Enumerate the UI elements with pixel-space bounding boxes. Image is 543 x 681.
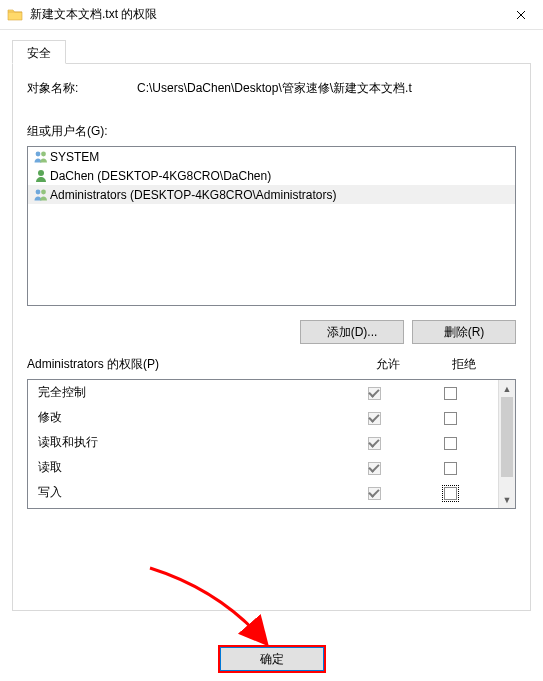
- principal-label: Administrators (DESKTOP-4KG8CRO\Administ…: [50, 188, 337, 202]
- add-button[interactable]: 添加(D)...: [300, 320, 404, 344]
- principals-buttons: 添加(D)... 删除(R): [27, 320, 516, 344]
- allow-checkbox[interactable]: [368, 437, 381, 450]
- allow-checkbox[interactable]: [368, 487, 381, 500]
- deny-checkbox[interactable]: [444, 462, 457, 475]
- permission-label: 读取和执行: [38, 434, 336, 451]
- deny-checkbox[interactable]: [444, 487, 457, 500]
- col-deny-header: 拒绝: [426, 356, 502, 373]
- window-title: 新建文本文档.txt 的权限: [30, 6, 157, 23]
- principal-item[interactable]: SYSTEM: [28, 147, 515, 166]
- titlebar[interactable]: 新建文本文档.txt 的权限: [0, 0, 543, 30]
- permissions-header: Administrators 的权限(P) 允许 拒绝: [27, 356, 516, 373]
- permission-row: 修改: [28, 405, 498, 430]
- tab-strip: 安全: [12, 40, 531, 64]
- permission-label: 完全控制: [38, 384, 336, 401]
- content-area: 安全 对象名称: C:\Users\DaChen\Desktop\管家速修\新建…: [12, 40, 531, 631]
- group-icon: [32, 149, 50, 165]
- ok-button[interactable]: 确定: [220, 647, 324, 671]
- svg-point-4: [41, 189, 46, 194]
- scroll-up-button[interactable]: ▲: [499, 380, 515, 397]
- permissions-dialog: 新建文本文档.txt 的权限 安全 对象名称: C:\Users\DaChen\…: [0, 0, 543, 681]
- principals-list[interactable]: SYSTEMDaChen (DESKTOP-4KG8CRO\DaChen)Adm…: [27, 146, 516, 306]
- groups-label: 组或用户名(G):: [27, 123, 516, 140]
- object-name-row: 对象名称: C:\Users\DaChen\Desktop\管家速修\新建文本文…: [27, 80, 516, 97]
- permission-row: 读取: [28, 455, 498, 480]
- principal-label: DaChen (DESKTOP-4KG8CRO\DaChen): [50, 169, 271, 183]
- scroll-thumb[interactable]: [501, 397, 513, 477]
- col-allow-header: 允许: [350, 356, 426, 373]
- permission-row: 读取和执行: [28, 430, 498, 455]
- deny-checkbox[interactable]: [444, 412, 457, 425]
- permission-row: 完全控制: [28, 380, 498, 405]
- permission-row: 写入: [28, 480, 498, 505]
- allow-checkbox[interactable]: [368, 412, 381, 425]
- permission-label: 写入: [38, 484, 336, 501]
- svg-point-1: [41, 151, 46, 156]
- scroll-track[interactable]: [499, 397, 515, 491]
- svg-point-3: [36, 189, 41, 194]
- permission-label: 修改: [38, 409, 336, 426]
- permissions-table: 完全控制修改读取和执行读取写入 ▲ ▼: [27, 379, 516, 509]
- group-icon: [32, 187, 50, 203]
- tab-body: 对象名称: C:\Users\DaChen\Desktop\管家速修\新建文本文…: [12, 63, 531, 611]
- object-name-value: C:\Users\DaChen\Desktop\管家速修\新建文本文档.t: [137, 80, 516, 97]
- ok-button-highlight: 确定: [218, 645, 326, 673]
- permission-label: 读取: [38, 459, 336, 476]
- user-icon: [32, 168, 50, 184]
- deny-checkbox[interactable]: [444, 387, 457, 400]
- allow-checkbox[interactable]: [368, 387, 381, 400]
- close-button[interactable]: [498, 0, 543, 30]
- principal-item[interactable]: DaChen (DESKTOP-4KG8CRO\DaChen): [28, 166, 515, 185]
- permissions-scrollbar[interactable]: ▲ ▼: [498, 380, 515, 508]
- svg-point-2: [38, 170, 44, 176]
- remove-button[interactable]: 删除(R): [412, 320, 516, 344]
- principal-item[interactable]: Administrators (DESKTOP-4KG8CRO\Administ…: [28, 185, 515, 204]
- object-name-label: 对象名称:: [27, 80, 137, 97]
- principal-label: SYSTEM: [50, 150, 99, 164]
- tab-security[interactable]: 安全: [12, 40, 66, 64]
- permissions-title: Administrators 的权限(P): [27, 356, 350, 373]
- dialog-footer: 确定: [0, 645, 543, 673]
- scroll-down-button[interactable]: ▼: [499, 491, 515, 508]
- folder-icon: [7, 7, 23, 23]
- allow-checkbox[interactable]: [368, 462, 381, 475]
- deny-checkbox[interactable]: [444, 437, 457, 450]
- svg-point-0: [36, 151, 41, 156]
